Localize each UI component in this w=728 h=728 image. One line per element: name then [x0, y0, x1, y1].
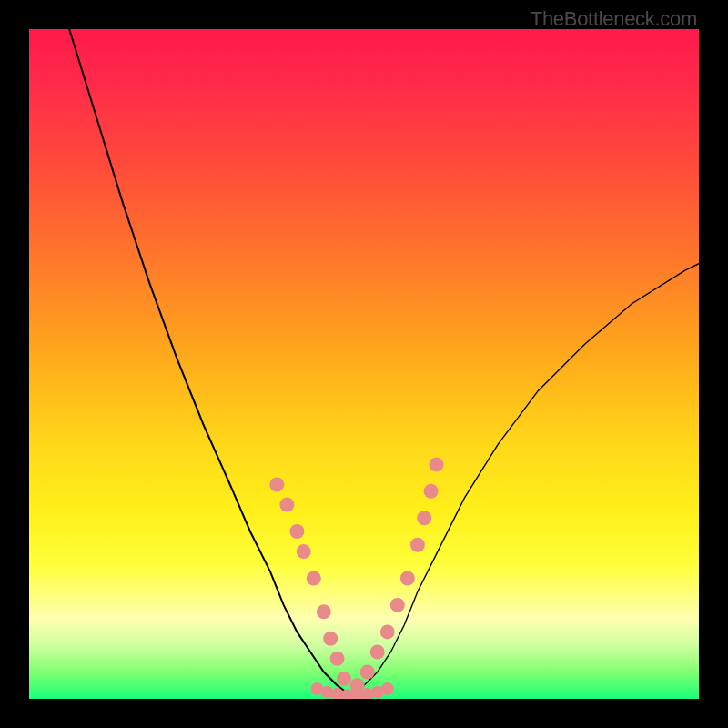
curve-left-curve	[69, 29, 350, 695]
data-point	[337, 672, 351, 686]
data-point	[317, 604, 331, 619]
data-point	[360, 665, 375, 680]
curve-right-curve	[350, 264, 699, 696]
data-point	[370, 644, 385, 659]
data-point	[350, 678, 365, 693]
data-point	[323, 632, 338, 646]
data-point	[381, 682, 394, 695]
data-point	[380, 624, 395, 639]
data-point	[269, 477, 284, 491]
data-point	[330, 652, 345, 666]
data-point	[390, 598, 405, 612]
data-point	[279, 498, 294, 512]
data-point	[429, 457, 443, 471]
data-point	[410, 538, 425, 552]
data-point	[297, 544, 311, 559]
data-point	[417, 511, 431, 525]
chart-svg	[29, 29, 699, 699]
watermark-text: TheBottleneck.com	[531, 7, 697, 31]
data-point	[400, 571, 415, 586]
data-point	[424, 484, 439, 499]
data-point	[289, 524, 304, 539]
data-point	[307, 571, 321, 586]
